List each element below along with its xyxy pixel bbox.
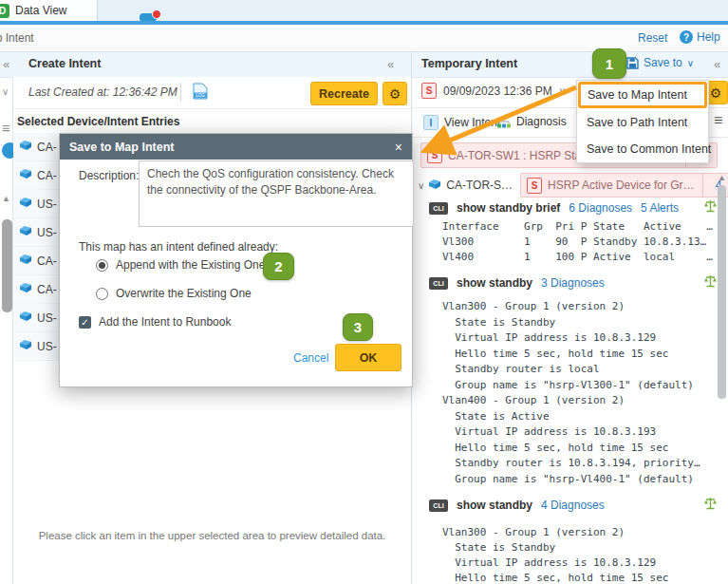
menu-item-save-to-common-intent[interactable]: Save to Common Intent xyxy=(577,136,708,162)
device-icon xyxy=(19,140,32,154)
dialog-title: Save to Map Intent xyxy=(69,141,395,154)
map-intent-title: Map Intent xyxy=(0,31,34,45)
cli-command-row: CLI show standby brief 6 Diagnoses 5 Ale… xyxy=(429,201,679,215)
recreate-button[interactable]: Recreate xyxy=(310,82,378,105)
device-icon xyxy=(19,339,32,353)
chevron-down-icon: ∨ xyxy=(559,85,566,96)
device-icon xyxy=(19,197,32,211)
collapse-left-icon[interactable]: « xyxy=(3,57,9,71)
cli-command-row: CLI show standby 4 Diagnoses xyxy=(429,499,605,512)
dialog-header: Save to Map Intent × xyxy=(60,134,412,160)
tab-label: Data View xyxy=(15,4,66,17)
divider xyxy=(180,83,181,102)
cli-output: Interface Grp Pri P State Active … Vl300… xyxy=(442,219,713,265)
device-tree-row[interactable]: ∨ CA-TOR-S… S HSRP Active Device for Gr…… xyxy=(418,173,728,198)
cli-output: Vlan300 - Group 1 (version 2) State is S… xyxy=(442,299,700,487)
collapse-create-intent-icon[interactable]: « xyxy=(387,57,394,71)
alerts-link[interactable]: 5 Alerts xyxy=(641,201,679,215)
compare-scale-icon[interactable] xyxy=(703,199,718,216)
right-scrollbar-thumb[interactable] xyxy=(718,185,726,399)
data-view-tab-icon: D xyxy=(0,4,9,18)
floppy-save-icon xyxy=(626,57,639,69)
checkbox-checked-icon: ✓ xyxy=(79,316,91,329)
radio-overwrite-label: Overwrite the Existing One xyxy=(116,287,252,300)
menu-icon[interactable]: ≡ xyxy=(2,120,10,136)
diagnoses-link[interactable]: 6 Diagnoses xyxy=(569,201,632,215)
diagnosis-button[interactable]: Diagnosis xyxy=(497,115,567,128)
radio-overwrite-existing[interactable]: Overwrite the Existing One xyxy=(96,287,252,300)
left-scrollbar-thumb[interactable] xyxy=(2,219,12,312)
tab-data-view[interactable]: D Data View xyxy=(0,0,98,21)
collapse-temporary-intent-icon[interactable]: « xyxy=(714,57,720,71)
status-s-icon: S xyxy=(527,178,542,194)
device-label: US- xyxy=(37,198,57,211)
intent-exists-note: This map has an intent defined already: xyxy=(79,240,278,254)
runbook-label: Add the Intent to Runbook xyxy=(99,315,231,329)
device-label: CA- xyxy=(37,169,57,182)
device-label: CA- xyxy=(37,141,57,154)
chevron-down-icon: ∨ xyxy=(687,58,694,68)
save-to-map-intent-dialog: Save to Map Intent × Description: Chech … xyxy=(59,133,413,387)
gear-icon[interactable]: ⚙ xyxy=(383,82,407,105)
cli-icon: CLI xyxy=(429,499,448,512)
intent-snapshot-selector[interactable]: S 09/09/2023 12:36 PM ∨ xyxy=(421,83,566,99)
save-to-button[interactable]: Save to ∨ xyxy=(626,56,694,69)
help-label: Help xyxy=(697,30,720,44)
radio-append-label: Append with the Existing One xyxy=(116,258,265,272)
cli-command: show standby brief xyxy=(457,201,560,215)
radio-append-existing[interactable]: Append with the Existing One xyxy=(96,258,265,272)
menu-item-save-to-path-intent[interactable]: Save to Path Intent xyxy=(577,109,708,136)
cancel-button[interactable]: Cancel xyxy=(293,351,328,365)
device-label: CA-TOR-S… xyxy=(446,179,513,192)
view-intent-label: View Intent xyxy=(444,116,500,129)
device-label: CA- xyxy=(37,254,57,268)
help-icon: ? xyxy=(680,30,693,44)
last-created-timestamp: Last Created at: 12:36:42 PM xyxy=(28,85,177,99)
scroll-up-icon[interactable]: ▲ xyxy=(2,194,10,203)
save-to-dropdown-menu: Save to Map Intent Save to Path Intent S… xyxy=(576,80,709,163)
scroll-up-icon[interactable]: ▲ xyxy=(718,173,726,182)
cli-command: show standby xyxy=(457,499,532,512)
close-icon[interactable]: × xyxy=(395,140,402,155)
cli-output: Vlan300 - Group 1 (version 2) State is S… xyxy=(442,525,668,584)
description-input[interactable]: Chech the QoS configuration consistency.… xyxy=(139,160,414,227)
ok-button[interactable]: OK xyxy=(335,344,401,371)
step-1-badge: 1 xyxy=(592,48,626,79)
preview-hint-text: Please click an item in the upper select… xyxy=(13,530,411,541)
chevron-down-icon[interactable]: ∨ xyxy=(2,86,9,97)
intent-i-icon: I xyxy=(423,115,439,130)
log-icon[interactable]: LOG xyxy=(193,83,208,103)
device-icon xyxy=(19,254,32,268)
snapshot-date: 09/09/2023 12:36 PM xyxy=(443,85,552,98)
device-icon xyxy=(428,179,441,193)
diagnoses-link[interactable]: 4 Diagnoses xyxy=(541,499,605,512)
device-icon xyxy=(19,282,32,296)
intent-chip[interactable]: S HSRP Active Device for Gr… 4 xyxy=(520,173,728,198)
cli-icon: CLI xyxy=(429,277,448,290)
help-button[interactable]: ? Help xyxy=(680,30,720,44)
svg-text:LOG: LOG xyxy=(196,93,205,98)
compare-scale-icon[interactable] xyxy=(703,497,718,513)
create-intent-title: Create Intent xyxy=(28,57,101,70)
reset-button[interactable]: Reset xyxy=(638,31,667,45)
compare-scale-icon[interactable] xyxy=(703,274,718,291)
more-menu-icon[interactable]: ≡ xyxy=(714,112,722,129)
cli-icon: CLI xyxy=(429,202,448,215)
device-label: US- xyxy=(37,340,57,353)
status-s-icon: S xyxy=(427,147,442,163)
diagnosis-tree-icon xyxy=(497,116,511,128)
device-label: US- xyxy=(37,311,57,325)
diagnoses-link[interactable]: 3 Diagnoses xyxy=(541,276,605,290)
tab-bar xyxy=(0,0,728,21)
notification-dot-icon xyxy=(152,9,161,19)
description-label: Description: xyxy=(79,169,139,182)
device-label: CA- xyxy=(37,283,57,296)
device-label: US- xyxy=(37,226,57,239)
menu-item-save-to-map-intent[interactable]: Save to Map Intent xyxy=(578,82,707,108)
checkbox-add-to-runbook[interactable]: ✓ Add the Intent to Runbook xyxy=(79,315,231,329)
selected-entries-header: Selected Device/Intent Entries xyxy=(17,115,179,128)
device-icon xyxy=(19,225,32,239)
cli-command-row: CLI show standby 3 Diagnoses xyxy=(429,276,605,290)
view-intent-button[interactable]: I View Intent xyxy=(423,115,500,130)
device-icon xyxy=(19,311,32,325)
